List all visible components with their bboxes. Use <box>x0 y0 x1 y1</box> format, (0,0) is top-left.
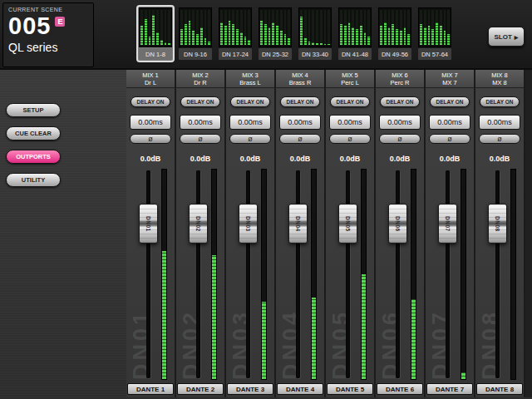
fader-track[interactable] <box>296 170 300 378</box>
fader-cap-label: DN04 <box>295 216 301 232</box>
fader-cap[interactable]: DN06 <box>388 204 407 244</box>
sidebar-button-outports[interactable]: OUTPORTS <box>6 150 61 164</box>
fader-cap[interactable]: DN04 <box>288 204 308 244</box>
phase-button[interactable]: ø <box>479 134 520 144</box>
mini-meter <box>380 10 382 45</box>
channel-header[interactable]: MIX 7 MX 7 <box>426 70 474 88</box>
delay-on-button[interactable]: DELAY ON <box>380 96 420 107</box>
slot-button[interactable]: SLOT ▶ <box>488 27 525 47</box>
delay-value-box[interactable]: 0.00ms <box>279 115 321 130</box>
meter-bank-5[interactable]: DN 33-40 <box>296 5 334 62</box>
channel-header[interactable]: MIX 3 Brass L <box>226 70 274 88</box>
meter-bank-4[interactable]: DN 25-32 <box>256 5 294 62</box>
fader-track[interactable] <box>495 170 500 378</box>
sidebar-button-cue-clear[interactable]: CUE CLEAR <box>6 126 61 140</box>
mini-meter <box>152 10 155 45</box>
fader-cap[interactable]: DN01 <box>139 204 158 244</box>
delay-value-box[interactable]: 0.00ms <box>429 115 470 130</box>
mini-meter-fill <box>328 44 330 45</box>
fader-track[interactable] <box>196 170 200 378</box>
delay-on-button[interactable]: DELAY ON <box>330 96 370 107</box>
fader-cap[interactable]: DN03 <box>239 204 258 244</box>
channel-name-label: MX 7 <box>426 79 474 86</box>
channel-strip-7: MIX 7 MX 7 DELAY ON 0.00ms ø 0.0dB DN07 … <box>426 70 475 397</box>
delay-on-button[interactable]: DELAY ON <box>280 96 320 107</box>
meter-bank-8[interactable]: DN 57-64 <box>416 5 454 62</box>
channel-name-label: Perc R <box>376 79 424 86</box>
mini-meter <box>404 10 406 45</box>
mini-meter-fill <box>396 29 398 45</box>
delay-value-box[interactable]: 0.00ms <box>379 115 421 130</box>
meter-bank-meters <box>219 7 252 47</box>
fader-cap[interactable]: DN08 <box>488 204 507 244</box>
fader-cap[interactable]: DN07 <box>438 204 457 244</box>
meter-bank-6[interactable]: DN 41-48 <box>336 5 374 62</box>
gain-value: 0.0dB <box>490 155 510 163</box>
mini-meter <box>388 10 391 45</box>
fader-track[interactable] <box>146 170 150 378</box>
phase-button[interactable]: ø <box>279 134 321 144</box>
fader-cap[interactable]: DN05 <box>338 204 357 244</box>
delay-on-button[interactable]: DELAY ON <box>131 96 170 107</box>
phase-button[interactable]: ø <box>329 134 371 144</box>
mini-meter-fill <box>324 44 327 45</box>
channel-name-label: MX 8 <box>475 79 524 86</box>
meter-bank-1[interactable]: DN 1-8 <box>136 5 175 62</box>
fader-cap-label: DN07 <box>445 216 451 232</box>
scene-panel[interactable]: CURRENT SCENE 005 E QL series <box>2 2 94 67</box>
mini-meter-fill <box>420 24 422 45</box>
channel-header[interactable]: MIX 6 Perc R <box>376 70 424 88</box>
channel-strip-6: MIX 6 Perc R DELAY ON 0.00ms ø 0.0dB DN0… <box>376 70 426 397</box>
channel-mix-label: MIX 2 <box>176 71 224 79</box>
delay-on-button[interactable]: DELAY ON <box>230 96 270 107</box>
phase-button[interactable]: ø <box>130 134 171 144</box>
delay-value-box[interactable]: 0.00ms <box>479 115 520 130</box>
mini-meter-fill <box>320 43 323 45</box>
fader-cap[interactable]: DN02 <box>189 204 208 244</box>
sidebar-button-setup[interactable]: SETUP <box>6 103 61 117</box>
channel-mix-label: MIX 1 <box>126 71 175 79</box>
gain-value: 0.0dB <box>140 155 161 163</box>
delay-value-box[interactable]: 0.00ms <box>130 115 171 130</box>
mini-meter <box>420 10 422 45</box>
delay-on-button[interactable]: DELAY ON <box>480 96 520 107</box>
mini-meter-fill <box>180 29 183 45</box>
meter-bank-label: DN 49-56 <box>378 48 411 60</box>
phase-button[interactable]: ø <box>429 134 470 144</box>
meter-bank-3[interactable]: DN 17-24 <box>216 5 254 62</box>
fader-track[interactable] <box>396 170 400 378</box>
delay-value-box[interactable]: 0.00ms <box>229 115 271 130</box>
mini-meter <box>348 10 351 45</box>
fader-cap-label: DN01 <box>145 216 151 232</box>
level-meter-fill <box>362 274 366 379</box>
mini-meter-fill <box>220 22 223 45</box>
channel-header[interactable]: MIX 1 Dr L <box>126 70 175 88</box>
channel-watermark: DN07 <box>428 309 454 380</box>
phase-button[interactable]: ø <box>180 134 221 144</box>
meter-bank-2[interactable]: DN 9-16 <box>176 5 214 62</box>
fader-cap-label: DN05 <box>345 216 351 232</box>
sidebar-button-utility[interactable]: UTILITY <box>6 173 61 187</box>
mini-meter <box>284 10 287 45</box>
scene-edit-badge: E <box>55 17 65 27</box>
delay-value-box[interactable]: 0.00ms <box>329 115 371 130</box>
mini-meter-fill <box>436 22 438 45</box>
mini-meter-fill <box>185 24 187 45</box>
fader-track[interactable] <box>446 170 450 378</box>
channel-header[interactable]: MIX 4 Brass R <box>276 70 324 88</box>
delay-on-button[interactable]: DELAY ON <box>430 96 470 107</box>
delay-value-box[interactable]: 0.00ms <box>180 115 221 130</box>
channel-header[interactable]: MIX 2 Dr R <box>176 70 224 88</box>
delay-on-button[interactable]: DELAY ON <box>180 96 220 107</box>
mini-meter <box>168 10 170 45</box>
phase-button[interactable]: ø <box>229 134 271 144</box>
fader-track[interactable] <box>246 170 250 378</box>
level-meter <box>411 169 416 380</box>
meter-bank-7[interactable]: DN 49-56 <box>376 5 414 62</box>
gain-value: 0.0dB <box>240 155 261 163</box>
fader-track[interactable] <box>346 170 350 378</box>
channel-header[interactable]: MIX 8 MX 8 <box>475 70 524 88</box>
channel-header[interactable]: MIX 5 Perc L <box>326 70 374 88</box>
fader-cap-label: DN08 <box>495 216 500 232</box>
phase-button[interactable]: ø <box>379 134 421 144</box>
